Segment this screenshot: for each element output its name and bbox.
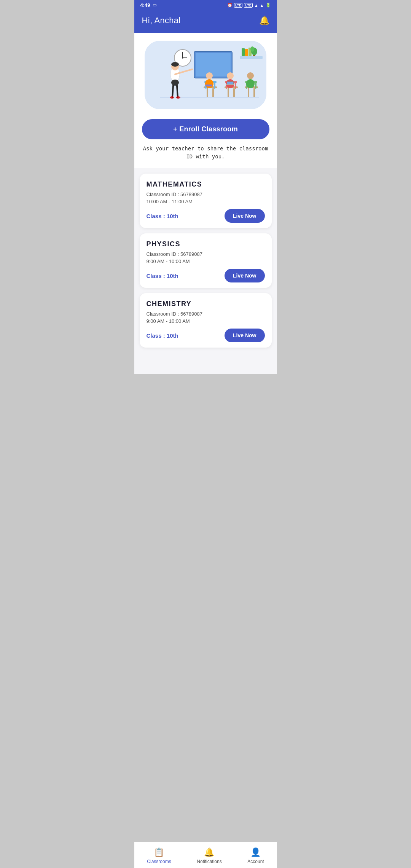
svg-rect-45 <box>248 88 249 97</box>
svg-rect-10 <box>245 49 248 56</box>
classroom-cards-section: MATHEMATICS Classroom ID : 56789087 10:0… <box>134 168 277 348</box>
mathematics-class-label: Class : 10th <box>147 213 178 219</box>
status-bar-right: ⏰ LTE LTE ▲ ▲ 🔋 <box>227 3 271 8</box>
svg-rect-25 <box>207 88 208 97</box>
chemistry-classroom-id: Classroom ID : 56789087 <box>147 311 265 317</box>
physics-class-label: Class : 10th <box>147 273 178 279</box>
physics-card: PHYSICS Classroom ID : 56789087 9:00 AM … <box>140 233 272 288</box>
chemistry-subject: CHEMISTRY <box>147 300 265 308</box>
svg-rect-46 <box>253 88 255 97</box>
svg-point-14 <box>250 46 254 52</box>
lte-icon: LTE <box>234 3 242 8</box>
signal-icon: ▲ <box>254 3 258 8</box>
status-time: 4:49 <box>140 2 150 8</box>
mathematics-subject: MATHEMATICS <box>147 180 265 188</box>
mathematics-live-now-button[interactable]: Live Now <box>225 209 264 223</box>
mathematics-time: 10:00 AM - 11:00 AM <box>147 199 265 204</box>
svg-line-21 <box>177 86 178 97</box>
signal2-icon: ▲ <box>260 3 264 8</box>
svg-rect-34 <box>228 88 229 97</box>
chemistry-card-footer: Class : 10th Live Now <box>147 329 265 342</box>
svg-point-30 <box>206 72 213 79</box>
svg-rect-9 <box>242 48 245 56</box>
app-header: Hi, Anchal 🔔 <box>134 10 277 33</box>
physics-subject: PHYSICS <box>147 240 265 248</box>
chemistry-time: 9:00 AM - 10:00 AM <box>147 318 265 324</box>
screen-icon: ▭ <box>153 3 156 8</box>
hero-container <box>134 33 277 113</box>
enroll-classroom-button[interactable]: + Enroll Classroom <box>142 119 269 139</box>
physics-card-footer: Class : 10th Live Now <box>147 269 265 282</box>
mathematics-card: MATHEMATICS Classroom ID : 56789087 10:0… <box>140 174 272 228</box>
status-bar-left: 4:49 ▭ <box>140 2 156 8</box>
physics-live-now-button[interactable]: Live Now <box>225 269 264 282</box>
status-bar: 4:49 ▭ ⏰ LTE LTE ▲ ▲ 🔋 <box>134 0 277 10</box>
greeting-text: Hi, Anchal <box>142 16 181 26</box>
chemistry-card: CHEMISTRY Classroom ID : 56789087 9:00 A… <box>140 293 272 348</box>
svg-rect-32 <box>206 85 212 86</box>
battery-icon: 🔋 <box>266 3 271 8</box>
notification-bell-icon[interactable]: 🔔 <box>259 16 269 26</box>
svg-line-20 <box>172 86 173 97</box>
enroll-hint-text: Ask your teacher to share the classroomI… <box>143 145 268 161</box>
svg-rect-43 <box>227 82 233 84</box>
svg-point-39 <box>227 72 234 79</box>
hero-illustration <box>145 41 266 109</box>
svg-point-22 <box>170 96 174 99</box>
physics-time: 9:00 AM - 10:00 AM <box>147 258 265 264</box>
svg-point-50 <box>247 72 254 79</box>
svg-rect-26 <box>212 88 214 97</box>
physics-classroom-id: Classroom ID : 56789087 <box>147 251 265 257</box>
svg-point-18 <box>171 62 179 67</box>
mathematics-classroom-id: Classroom ID : 56789087 <box>147 191 265 197</box>
svg-rect-8 <box>240 56 263 59</box>
svg-point-31 <box>205 79 213 88</box>
classroom-svg <box>145 41 266 109</box>
phone-frame: 4:49 ▭ ⏰ LTE LTE ▲ ▲ 🔋 Hi, Anchal 🔔 <box>134 0 277 374</box>
chemistry-live-now-button[interactable]: Live Now <box>225 329 264 342</box>
mathematics-card-footer: Class : 10th Live Now <box>147 209 265 223</box>
enroll-section: + Enroll Classroom Ask your teacher to s… <box>134 113 277 168</box>
main-content: + Enroll Classroom Ask your teacher to s… <box>134 33 277 374</box>
svg-point-23 <box>176 96 180 99</box>
chemistry-class-label: Class : 10th <box>147 332 178 339</box>
svg-rect-7 <box>196 53 231 77</box>
svg-rect-35 <box>233 88 235 97</box>
svg-point-51 <box>246 79 255 88</box>
lte2-icon: LTE <box>244 3 252 8</box>
svg-point-16 <box>171 80 179 86</box>
alarm-icon: ⏰ <box>227 3 233 8</box>
